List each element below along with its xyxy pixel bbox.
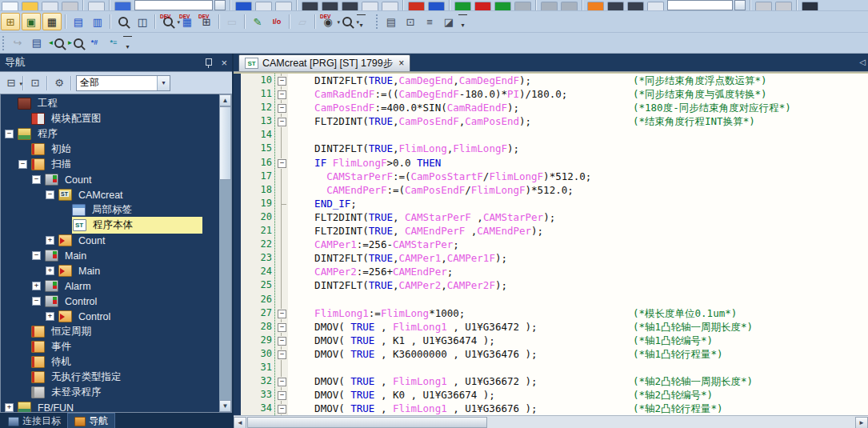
tree-item-Main[interactable]: +Main (2, 263, 218, 278)
tree-item-程序[interactable]: −程序 (2, 126, 218, 142)
code-line[interactable]: CAMStarPerF:=(CamPosStartF/FlimLongF)*51… (290, 170, 868, 183)
dark-circle-icon[interactable] (802, 2, 818, 10)
code-line[interactable]: DMOV( TRUE , K1 , U1¥G36474 );(*轴1凸轮编号*) (290, 334, 868, 347)
code-line[interactable] (290, 128, 868, 142)
fold-collapse-icon[interactable]: − (278, 77, 286, 86)
device-grid-icon[interactable]: ▦DEV (178, 14, 196, 30)
grid-1-icon[interactable] (362, 2, 378, 10)
expand-box-icon[interactable]: + (32, 282, 41, 290)
dropdown-arrow-icon[interactable]: ▾ (157, 76, 170, 90)
gray-a-icon[interactable] (755, 2, 772, 10)
scroll-down-icon[interactable]: ▼ (219, 400, 231, 412)
device-find-icon[interactable]: DEV▾ (159, 14, 177, 30)
tree-item-无执行类型指定[interactable]: 无执行类型指定 (2, 370, 218, 385)
zoom-combo[interactable] (667, 0, 733, 10)
fold-collapse-icon[interactable]: − (278, 378, 286, 386)
add-statement-icon[interactable]: *≡ (105, 35, 122, 51)
code-line[interactable]: CamPosEndF:=400.0*SIN(CamRadEndF);(*180度… (290, 101, 868, 114)
arrow-right-red-icon[interactable] (408, 2, 425, 10)
code-line[interactable]: IF FlimLongF>0.0 THEN (290, 156, 868, 170)
tree-item-扫描[interactable]: −扫描 (2, 157, 218, 172)
close-icon[interactable]: × (221, 58, 227, 68)
code-line[interactable]: DINT2FLT(TRUE,CAMPer1,CAMPer1F); (290, 251, 868, 265)
combo-spinner[interactable] (214, 0, 226, 10)
write-h3-icon[interactable] (342, 2, 358, 10)
collapse-box-icon[interactable]: − (32, 175, 41, 184)
tree-item-初始[interactable]: 初始 (2, 142, 218, 157)
fold-collapse-icon[interactable]: − (278, 104, 286, 113)
tree-item-工程[interactable]: 工程 (2, 96, 218, 111)
collapse-box-icon[interactable]: − (32, 297, 41, 306)
add-device-comment-icon[interactable]: *# (86, 35, 103, 51)
code-line[interactable]: CAMPer1:=256-CAMStarPer; (290, 238, 868, 251)
code-line[interactable]: DMOV( TRUE , FlimLong1 , U1¥G36472 );(*轴… (290, 320, 868, 334)
expand-box-icon[interactable]: + (46, 266, 54, 275)
fold-collapse-icon[interactable]: − (278, 90, 286, 99)
print-preview-icon[interactable]: ▭ (223, 14, 241, 30)
toolbar-overflow-icon[interactable] (458, 14, 467, 29)
form-window-icon[interactable]: ▤ (382, 14, 400, 30)
code-line[interactable]: DINT2FLT(TRUE,CAMPer2,CAMPer2F); (290, 278, 868, 292)
panel-tab-连接目标[interactable]: 连接目标 (2, 414, 67, 428)
toolbar-overflow-icon[interactable] (123, 36, 132, 50)
selected-tree-item[interactable]: 程序本体 (72, 217, 202, 234)
tree-item-Count[interactable]: +Count (2, 233, 218, 248)
window-copy-icon[interactable] (255, 2, 272, 10)
code-line[interactable]: CamRadEndF:=((CamDegEndF-180.0)*PI)/180.… (290, 87, 868, 101)
find-green-flag-icon[interactable] (454, 2, 471, 10)
fold-collapse-icon[interactable]: − (278, 323, 286, 332)
code-line[interactable]: FLT2DINT(TRUE, CAMStarPerF ,CAMStarPer); (290, 210, 868, 224)
scroll-left-icon[interactable]: ◄ (234, 417, 246, 428)
zoom-out-icon[interactable] (627, 2, 644, 10)
binoculars-find-icon[interactable] (114, 14, 132, 30)
bolt-orange-icon[interactable] (587, 2, 604, 10)
device-magnifier-icon[interactable]: ▾ (338, 14, 356, 30)
help-globe-icon[interactable] (114, 2, 131, 10)
fold-collapse-icon[interactable]: − (278, 391, 286, 400)
code-line[interactable]: DMOV( TRUE , FlimLong1 , U1¥G36676 );(*轴… (290, 402, 868, 415)
code-line[interactable]: END_IF; (290, 197, 868, 210)
code-line[interactable]: CAMEndPerF:=(CamPosEndF/FlimLongF)*512.0… (290, 183, 868, 197)
collapse-tree-icon[interactable]: ⊡ (27, 75, 43, 91)
code-line[interactable]: DMOV( TRUE , K0 , U1¥G36674 );(*轴2凸轮编号*) (290, 388, 868, 402)
save-icon[interactable] (42, 2, 58, 10)
jump-back-icon[interactable]: ↪ (9, 35, 26, 51)
zoom-in-icon[interactable] (607, 2, 624, 10)
find-next-icon[interactable]: ► (66, 35, 84, 51)
collapse-box-icon[interactable]: − (32, 251, 41, 260)
project-tree-icon[interactable]: ⊞ (1, 13, 20, 30)
code-line[interactable]: FLT2DINT(TRUE, CAMEndPerF ,CAMEndPer); (290, 224, 868, 238)
edit-select-icon[interactable]: ✎ (249, 14, 266, 30)
tree-item-程序本体[interactable]: 程序本体 (2, 218, 218, 233)
user-list-icon[interactable]: ◪ (440, 14, 458, 30)
find-red-flag-icon[interactable] (474, 2, 491, 10)
collapse-box-icon[interactable]: − (46, 190, 54, 199)
code-line[interactable]: DMOV( TRUE , FlimLong1 , U1¥G36672 );(*轴… (290, 374, 868, 388)
nav-scrollbar-thumb[interactable] (219, 106, 231, 180)
device-88-icon[interactable] (235, 2, 252, 10)
tree-item-Count[interactable]: −Count (2, 172, 218, 187)
open-folder-icon[interactable] (22, 2, 38, 10)
find-gray-flag-icon[interactable] (514, 2, 531, 10)
write-h1-icon[interactable] (302, 2, 318, 10)
page-icon[interactable] (647, 2, 664, 10)
tree-item-未登录程序[interactable]: 未登录程序 (2, 385, 218, 400)
dropdown-arrow-icon[interactable]: ▾ (356, 19, 359, 26)
tree-item-待机[interactable]: 待机 (2, 354, 218, 370)
expand-box-icon[interactable]: + (46, 236, 54, 245)
code-line[interactable]: DINT2FLT(TRUE,CamDegEnd,CamDegEndF);(*同步… (290, 74, 868, 87)
module-monitor-icon[interactable]: ▣ (22, 13, 41, 30)
print-icon[interactable] (62, 2, 78, 10)
panel-tab-导航[interactable]: 导航 (67, 413, 115, 428)
toolbar-grip[interactable] (375, 14, 379, 29)
code-line[interactable]: DMOV( TRUE , K36000000 , U1¥G36476 );(*轴… (290, 347, 868, 361)
doc-list-icon[interactable]: ▤ (28, 35, 46, 51)
tree-item-局部标签[interactable]: 局部标签 (2, 202, 218, 218)
device-chip-icon[interactable]: ▦ (42, 13, 62, 30)
tree-item-Control[interactable]: −Control (2, 294, 218, 309)
tree-item-事件[interactable]: 事件 (2, 339, 218, 354)
fold-collapse-icon[interactable]: − (278, 350, 286, 359)
toolbar-grip[interactable] (2, 36, 6, 50)
tree-item-Alarm[interactable]: +Alarm (2, 278, 218, 294)
grid-2-icon[interactable] (382, 2, 398, 10)
